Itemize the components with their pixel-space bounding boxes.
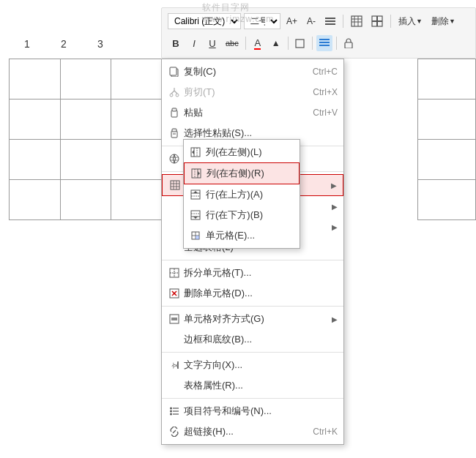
- insert-submenu: 列(在左侧)(L) 列(在右侧)(R) 行(在上方)(A) 行(在下方)(B) …: [183, 139, 300, 249]
- insert-table-alt-btn[interactable]: [368, 13, 386, 29]
- paste-label: 粘贴: [184, 106, 203, 119]
- delete-cell-icon: [168, 287, 181, 300]
- svg-rect-13: [319, 42, 330, 43]
- cell-r2c1[interactable]: [10, 100, 61, 140]
- insert-btn[interactable]: 插入 ▼: [395, 13, 425, 29]
- svg-line-20: [171, 91, 174, 94]
- align-justify-btn[interactable]: [316, 35, 332, 51]
- svg-marker-67: [193, 217, 198, 219]
- col-2: 2: [45, 38, 82, 50]
- highlight-btn[interactable]: ▲: [268, 35, 284, 51]
- col-right-label: 列(在右侧)(R): [207, 167, 264, 180]
- sep-1: [343, 15, 343, 28]
- svg-point-18: [170, 94, 173, 97]
- svg-rect-31: [171, 181, 179, 189]
- italic-btn[interactable]: I: [186, 35, 202, 51]
- copy-icon: [168, 65, 181, 78]
- menu-paste[interactable]: 粘贴 Ctrl+V: [162, 102, 343, 123]
- svg-point-50: [170, 410, 172, 413]
- menu-cut[interactable]: 剪切(T) Ctrl+X: [162, 82, 343, 102]
- menu-hyperlink[interactable]: 超链接(H)... Ctrl+K: [162, 421, 343, 442]
- context-menu: 复制(C) Ctrl+C 剪切(T) Ctrl+X 粘贴 Ctrl+V 选择性粘…: [161, 59, 344, 445]
- cell-r1c2[interactable]: [60, 59, 111, 100]
- menu-border-shading[interactable]: 边框和底纹(B)...: [162, 329, 343, 350]
- table-icon: [351, 15, 362, 27]
- cell-r1c3[interactable]: [111, 59, 163, 100]
- submenu-row-above[interactable]: 行(在上方)(A): [184, 184, 300, 205]
- insert-arrow-icon: ▶: [331, 181, 337, 189]
- cell-r4c1[interactable]: [10, 180, 61, 220]
- col-left-label: 列(在左侧)(L): [206, 146, 262, 159]
- paste-special-icon: [168, 127, 181, 140]
- cell-r1c1[interactable]: [10, 59, 61, 100]
- svg-point-51: [170, 413, 172, 416]
- cell-r3c1[interactable]: [10, 140, 61, 180]
- paste-icon: [168, 106, 181, 119]
- text-dir-icon: 文: [168, 358, 181, 372]
- menu-split-cell[interactable]: 拆分单元格(T)...: [162, 263, 343, 283]
- split-cell-label: 拆分单元格(T)...: [184, 266, 251, 279]
- cell-r3c2[interactable]: [60, 140, 111, 180]
- paste-shortcut: Ctrl+V: [313, 108, 338, 118]
- cut-label: 剪切(T): [184, 86, 215, 99]
- lock-btn[interactable]: [341, 35, 357, 51]
- menu-table-props[interactable]: 表格属性(R)...: [162, 375, 343, 396]
- delete-label: 删除: [431, 15, 449, 28]
- col-1: 1: [9, 38, 45, 50]
- submenu-col-left[interactable]: 列(在左侧)(L): [184, 142, 300, 162]
- table-alt-icon: [371, 15, 383, 27]
- sep-4: [288, 37, 289, 50]
- svg-rect-24: [172, 108, 176, 111]
- delete-cell-label: 删除单元格(D)...: [184, 287, 253, 300]
- paste-special-label: 选择性粘贴(S)...: [184, 127, 252, 140]
- cell-align-arrow: ▶: [332, 315, 338, 323]
- increase-font-btn[interactable]: A+: [283, 13, 300, 29]
- menu-copy[interactable]: 复制(C) Ctrl+C: [162, 61, 343, 82]
- list-num-icon: [168, 405, 181, 418]
- box-icon-btn[interactable]: [292, 35, 308, 51]
- underline-btn[interactable]: U: [204, 35, 220, 51]
- row-below-icon: [190, 209, 201, 221]
- hyperlink-shortcut: Ctrl+K: [313, 427, 338, 437]
- col-numbers: 1 2 3: [9, 38, 119, 50]
- text-dir-label: 文字方向(X)...: [184, 358, 242, 372]
- split-table-arrow: ▶: [332, 203, 338, 211]
- submenu-col-right[interactable]: 列(在右侧)(R): [184, 162, 300, 184]
- menu-text-dir[interactable]: 文 文字方向(X)...: [162, 355, 343, 375]
- menu-cell-align[interactable]: 单元格对齐方式(G) ▶: [162, 309, 343, 329]
- menu-list-numbering[interactable]: 项目符号和编号(N)...: [162, 401, 343, 421]
- cell-r4c2[interactable]: [60, 180, 111, 220]
- cell-r2c2[interactable]: [60, 100, 111, 140]
- sep-menu-5: [162, 352, 343, 353]
- row-above-icon: [190, 189, 201, 200]
- submenu-row-below[interactable]: 行(在下方)(B): [184, 205, 300, 225]
- decrease-font-btn[interactable]: A-: [303, 13, 319, 29]
- list-icon-btn[interactable]: [322, 13, 338, 29]
- strikethrough-btn[interactable]: abc: [223, 35, 242, 51]
- svg-rect-11: [296, 40, 304, 48]
- svg-rect-3: [352, 16, 362, 26]
- toolbar-row2: B I U abc A ▲: [168, 34, 469, 53]
- split-cell-icon: [168, 266, 181, 279]
- svg-rect-17: [170, 67, 176, 75]
- table-props-label: 表格属性(R)...: [184, 379, 243, 392]
- cell-r2c3[interactable]: [111, 100, 163, 140]
- svg-marker-59: [198, 171, 200, 176]
- bold-btn[interactable]: B: [168, 35, 184, 51]
- menu-delete-cell[interactable]: 删除单元格(D)...: [162, 283, 343, 304]
- delete-arrow: ▼: [449, 18, 455, 25]
- col-right-icon: [190, 168, 202, 179]
- col-left-icon: [190, 146, 201, 158]
- insert-table-icon-btn[interactable]: [348, 13, 365, 29]
- cell-r4c3[interactable]: [111, 180, 163, 220]
- cell-r3c3[interactable]: [111, 140, 163, 180]
- cell-align-label: 单元格对齐方式(G): [184, 312, 264, 326]
- font-color-btn[interactable]: A: [250, 35, 266, 51]
- delete-btn[interactable]: 删除 ▼: [428, 13, 458, 29]
- word-table: [9, 59, 163, 220]
- box-icon: [295, 39, 305, 48]
- svg-rect-71: [196, 236, 199, 239]
- svg-marker-55: [192, 150, 194, 154]
- submenu-cell[interactable]: 单元格(E)...: [184, 225, 300, 246]
- copy-shortcut: Ctrl+C: [313, 67, 338, 77]
